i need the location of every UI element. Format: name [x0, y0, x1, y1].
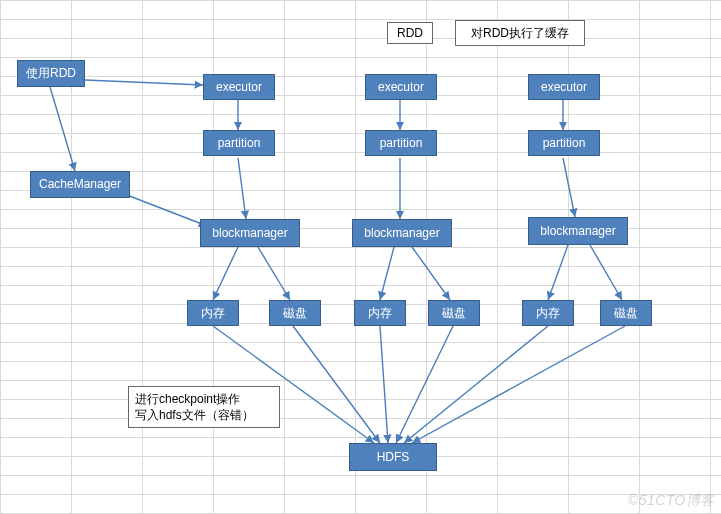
svg-line-6	[258, 247, 290, 300]
cache-label-box: 对RDD执行了缓存	[455, 20, 585, 46]
node-memory-1: 内存	[187, 300, 239, 326]
node-executor-3: executor	[528, 74, 600, 100]
svg-line-9	[380, 247, 394, 300]
svg-line-13	[548, 245, 568, 300]
node-executor-2-text: executor	[378, 80, 424, 94]
node-executor-1: executor	[203, 74, 275, 100]
node-executor-3-text: executor	[541, 80, 587, 94]
node-blockmanager-2-text: blockmanager	[364, 226, 439, 240]
node-blockmanager-1-text: blockmanager	[212, 226, 287, 240]
node-partition-3: partition	[528, 130, 600, 156]
node-partition-1-text: partition	[218, 136, 261, 150]
node-memory-3-text: 内存	[536, 306, 560, 320]
node-use-rdd: 使用RDD	[17, 60, 85, 87]
node-memory-2-text: 内存	[368, 306, 392, 320]
node-hdfs: HDFS	[349, 443, 437, 471]
checkpoint-note-line2: 写入hdfs文件（容错）	[135, 407, 254, 423]
node-memory-1-text: 内存	[201, 306, 225, 320]
node-blockmanager-3: blockmanager	[528, 217, 628, 245]
node-use-rdd-text: 使用RDD	[26, 66, 76, 80]
diagram-canvas: RDD 对RDD执行了缓存 使用RDD CacheManager executo…	[0, 0, 721, 514]
node-disk-3: 磁盘	[600, 300, 652, 326]
svg-line-12	[563, 158, 575, 217]
node-executor-2: executor	[365, 74, 437, 100]
node-blockmanager-2: blockmanager	[352, 219, 452, 247]
node-disk-1: 磁盘	[269, 300, 321, 326]
node-disk-2-text: 磁盘	[442, 306, 466, 320]
node-partition-3-text: partition	[543, 136, 586, 150]
node-blockmanager-1: blockmanager	[200, 219, 300, 247]
cache-label-text: 对RDD执行了缓存	[471, 25, 569, 41]
svg-line-17	[380, 326, 388, 443]
node-hdfs-text: HDFS	[377, 450, 410, 464]
svg-line-5	[213, 247, 238, 300]
svg-line-4	[127, 195, 207, 226]
rdd-label-text: RDD	[397, 25, 423, 41]
node-disk-2: 磁盘	[428, 300, 480, 326]
node-disk-1-text: 磁盘	[283, 306, 307, 320]
node-cache-manager-text: CacheManager	[39, 177, 121, 191]
svg-line-1	[85, 80, 203, 85]
node-memory-2: 内存	[354, 300, 406, 326]
node-disk-3-text: 磁盘	[614, 306, 638, 320]
svg-line-16	[293, 326, 380, 443]
node-cache-manager: CacheManager	[30, 171, 130, 198]
watermark-text: ©51CTO博客	[628, 492, 715, 510]
checkpoint-note-line1: 进行checkpoint操作	[135, 391, 240, 407]
svg-line-0	[50, 87, 75, 171]
arrow-layer	[0, 0, 721, 514]
node-partition-1: partition	[203, 130, 275, 156]
node-partition-2-text: partition	[380, 136, 423, 150]
checkpoint-note: 进行checkpoint操作 写入hdfs文件（容错）	[128, 386, 280, 428]
node-memory-3: 内存	[522, 300, 574, 326]
svg-line-14	[590, 245, 622, 300]
node-executor-1-text: executor	[216, 80, 262, 94]
svg-line-10	[412, 247, 450, 300]
node-blockmanager-3-text: blockmanager	[540, 224, 615, 238]
svg-line-19	[404, 326, 548, 443]
svg-line-3	[238, 158, 246, 219]
rdd-label-box: RDD	[387, 22, 433, 44]
node-partition-2: partition	[365, 130, 437, 156]
